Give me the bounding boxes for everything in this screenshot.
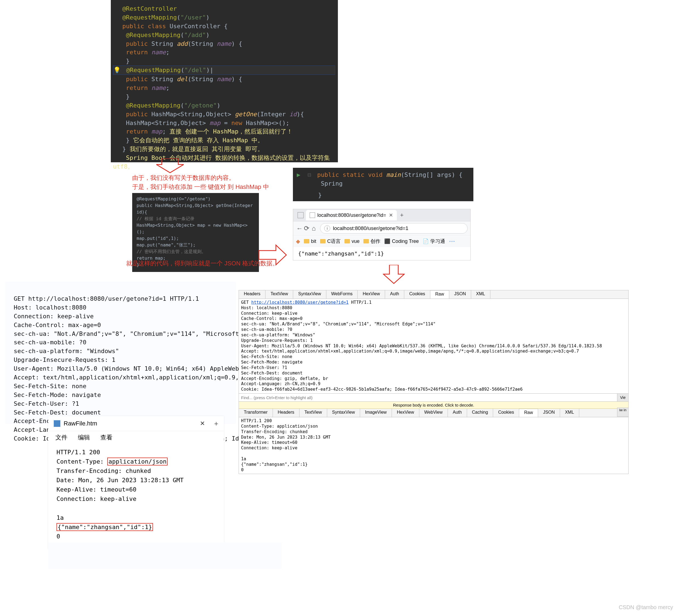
- browser-window: localhost:8080/user/getone?id= ✕ + ← ⟳ ⌂…: [293, 209, 471, 260]
- browser-tab-strip: localhost:8080/user/getone?id= ✕ +: [293, 209, 470, 221]
- tab-raw[interactable]: Raw: [519, 409, 538, 417]
- tab-cookies[interactable]: Cookies: [404, 290, 430, 299]
- response-raw: HTTP/1.1 200 Content-Type: application/j…: [239, 417, 628, 474]
- layout-toggle-icon[interactable]: [298, 212, 304, 218]
- browser-body: {"name":"zhangsan","id":1}: [293, 247, 470, 260]
- tab-hexview[interactable]: HexView: [358, 290, 385, 299]
- filewin-body: HTTP/1.1 200 Content-Type: application/j…: [48, 445, 224, 549]
- tab-syntaxview[interactable]: SyntaxView: [293, 290, 326, 299]
- tab-syntaxview[interactable]: SyntaxView: [327, 409, 360, 417]
- file-icon: [54, 420, 60, 427]
- browser-toolbar: ← ⟳ ⌂ i localhost:8080/user/getone?id=1: [293, 221, 470, 235]
- arrow-down-icon: [383, 265, 405, 284]
- fiddler-panel: HeadersTextViewSyntaxViewWebFormsHexView…: [239, 290, 628, 474]
- request-raw: GET http://localhost:8080/user/getone?id…: [239, 299, 628, 393]
- bookmark-item[interactable]: bit: [304, 239, 316, 244]
- back-button[interactable]: ←: [296, 224, 303, 232]
- blank-block: [48, 542, 281, 569]
- rawfile-window: RawFile.htm ✕ + 文件编辑查看 HTTP/1.1 200 Cont…: [48, 416, 224, 549]
- tab-headers[interactable]: Headers: [273, 409, 299, 417]
- bookmark-item[interactable]: vue: [344, 239, 360, 244]
- info-icon[interactable]: i: [324, 225, 330, 232]
- tab-cookies[interactable]: Cookies: [493, 409, 519, 417]
- tab-webforms[interactable]: WebForms: [326, 290, 358, 299]
- ide-snippet-run: ▶ ⊟ public static void main(String[] arg…: [293, 168, 473, 201]
- bookmark-item[interactable]: ⬛Coding Tree: [384, 238, 419, 244]
- tab-transformer[interactable]: Transformer: [239, 409, 273, 417]
- close-icon[interactable]: ✕: [200, 420, 205, 427]
- find-input[interactable]: [239, 394, 617, 401]
- bookmark-item[interactable]: C语言: [320, 238, 341, 244]
- new-tab-icon[interactable]: +: [214, 419, 218, 428]
- arrow-right-icon: [258, 244, 288, 266]
- tab-headers[interactable]: Headers: [239, 290, 265, 299]
- favicon-icon: [309, 213, 315, 218]
- note-top: 由于，我们没有写关于数据库的内容。 于是，我们手动在添加 一些 键值对 到 Ha…: [132, 173, 269, 191]
- bookmarks-bar: ◆ bitC语言vue创作⬛Coding Tree📄学习通⋯: [293, 235, 470, 247]
- tab-textview[interactable]: TextView: [299, 409, 327, 417]
- filewin-menu: 文件编辑查看: [48, 431, 224, 445]
- response-tabs: TransformerHeadersTextViewSyntaxViewImag…: [239, 409, 628, 417]
- bookmarks-overflow[interactable]: ⋯: [449, 238, 455, 245]
- new-tab-button[interactable]: +: [397, 212, 407, 219]
- arrow-down-icon: [156, 158, 184, 174]
- raw-http-left: GET http://localhost:8080/user/getone?id…: [5, 282, 236, 424]
- tab-caching[interactable]: Caching: [467, 409, 493, 417]
- menu-查看[interactable]: 查看: [100, 434, 112, 442]
- decode-bar[interactable]: Response body is encoded. Click to decod…: [239, 402, 628, 409]
- address-bar[interactable]: i localhost:8080/user/getone?id=1: [320, 223, 468, 234]
- view-in-notepad-button[interactable]: Vie: [617, 394, 628, 401]
- run-gutter-icon[interactable]: ▶: [297, 171, 300, 179]
- browser-tab[interactable]: localhost:8080/user/getone?id= ✕: [306, 210, 397, 220]
- tab-auth[interactable]: Auth: [448, 409, 467, 417]
- view-in-notepad-button-2[interactable]: iw in: [617, 408, 628, 417]
- tab-imageview[interactable]: ImageView: [360, 409, 392, 417]
- filewin-title: RawFile.htm: [64, 420, 97, 427]
- tab-xml[interactable]: XML: [471, 290, 490, 299]
- bookmark-item[interactable]: 📄学习通: [423, 238, 445, 244]
- reload-button[interactable]: ⟳: [303, 224, 310, 232]
- tab-json[interactable]: JSON: [538, 409, 560, 417]
- menu-编辑[interactable]: 编辑: [78, 434, 90, 442]
- bookmark-item[interactable]: 创作: [363, 238, 380, 244]
- tab-title: localhost:8080/user/getone?id=: [317, 213, 386, 218]
- tab-auth[interactable]: Auth: [385, 290, 404, 299]
- tab-hexview[interactable]: HexView: [392, 409, 419, 417]
- ext-icon[interactable]: ◆: [296, 238, 300, 244]
- ide-snippet-main: @RestController @RequestMapping("/user")…: [111, 0, 338, 162]
- url-text: localhost:8080/user/getone?id=1: [333, 225, 408, 232]
- note-bottom: 就是这样的代码，得到响应就是一个 JSON 格式的数据。: [126, 259, 278, 268]
- request-tabs: HeadersTextViewSyntaxViewWebFormsHexView…: [239, 290, 628, 299]
- tab-textview[interactable]: TextView: [265, 290, 293, 299]
- menu-文件[interactable]: 文件: [56, 434, 67, 442]
- close-tab-icon[interactable]: ✕: [389, 212, 393, 218]
- home-button[interactable]: ⌂: [310, 224, 317, 232]
- tab-webview[interactable]: WebView: [419, 409, 448, 417]
- tab-json[interactable]: JSON: [449, 290, 471, 299]
- tab-xml[interactable]: XML: [560, 409, 579, 417]
- watermark: CSDN @tambo mercy: [619, 604, 673, 611]
- tab-raw[interactable]: Raw: [430, 290, 449, 299]
